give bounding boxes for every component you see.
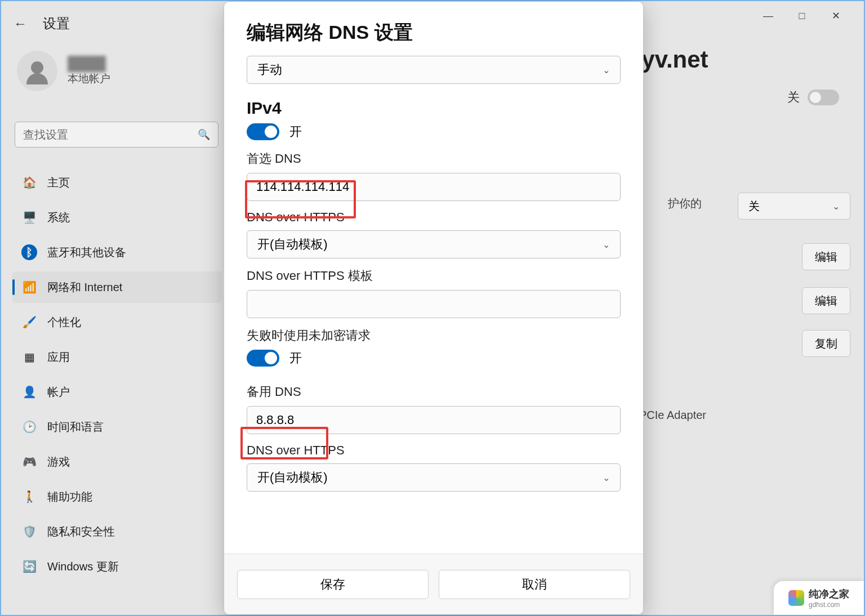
watermark-domain: gdhst.com: [809, 601, 849, 609]
secondary-dns-label: 备用 DNS: [247, 383, 621, 400]
watermark: 纯净之家 gdhst.com: [774, 581, 864, 615]
primary-dns-label: 首选 DNS: [247, 150, 621, 167]
doh1-select[interactable]: 开(自动模板) ⌄: [247, 230, 621, 258]
ipv4-toggle[interactable]: [247, 123, 279, 140]
primary-dns-value: 114.114.114.114: [256, 180, 349, 194]
dialog-title: 编辑网络 DNS 设置: [247, 20, 621, 46]
doh-template-label: DNS over HTTPS 模板: [247, 267, 621, 284]
chevron-down-icon: ⌄: [603, 472, 610, 483]
fallback-toggle-label: 开: [289, 350, 302, 367]
cancel-button[interactable]: 取消: [439, 570, 630, 599]
doh2-label: DNS over HTTPS: [247, 443, 621, 458]
mode-select[interactable]: 手动 ⌄: [247, 56, 621, 84]
fallback-toggle[interactable]: [247, 350, 279, 367]
mode-select-value: 手动: [257, 61, 282, 78]
save-button[interactable]: 保存: [237, 570, 429, 599]
doh2-value: 开(自动模板): [257, 469, 328, 486]
doh1-label: DNS over HTTPS: [247, 210, 621, 225]
ipv4-toggle-label: 开: [289, 123, 302, 140]
doh1-value: 开(自动模板): [257, 236, 328, 253]
watermark-name: 纯净之家: [809, 587, 849, 601]
doh2-select[interactable]: 开(自动模板) ⌄: [247, 463, 621, 492]
chevron-down-icon: ⌄: [603, 239, 610, 250]
chevron-down-icon: ⌄: [603, 65, 610, 75]
doh-template-input[interactable]: [247, 290, 621, 318]
secondary-dns-value: 8.8.8.8: [256, 413, 294, 427]
fallback-label: 失败时使用未加密请求: [247, 327, 621, 344]
watermark-logo-icon: [788, 590, 804, 606]
settings-window: — □ ✕ ← 设置 ████ 本地帐户 查找设置 🔍 🏠 主页 🖥️: [0, 0, 865, 616]
primary-dns-input[interactable]: 114.114.114.114: [247, 173, 621, 201]
dialog-footer: 保存 取消: [224, 553, 643, 614]
dns-settings-dialog: 编辑网络 DNS 设置 手动 ⌄ IPv4 开 首选 DNS 114.114.1…: [224, 1, 644, 615]
secondary-dns-input[interactable]: 8.8.8.8: [247, 406, 621, 434]
ipv4-heading: IPv4: [247, 99, 621, 118]
